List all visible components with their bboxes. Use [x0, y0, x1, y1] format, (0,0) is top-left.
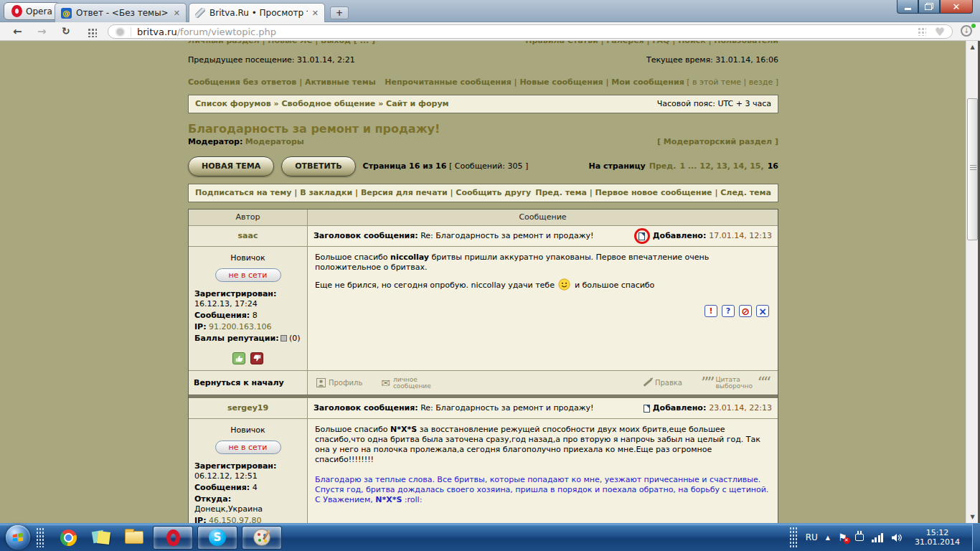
quick-links-left[interactable]: Сообщения без ответов | Активные темы	[188, 77, 376, 88]
timezone-text: Часовой пояс: UTC + 3 часа	[657, 99, 771, 109]
top-nav-right-links[interactable]: Правила Статьи | Галерея | FAQ | Поиск |…	[525, 41, 778, 46]
tray-grip	[789, 527, 798, 548]
start-button[interactable]	[6, 525, 30, 550]
topic-title: Благодарность за ремонт и продажу!	[188, 123, 778, 136]
quick-links-scope[interactable]: [ в этой теме | везде ]	[687, 77, 778, 87]
topic-tools-right[interactable]: Пред. тема | Первое новое сообщение | Сл…	[535, 188, 771, 198]
post-author-link[interactable]: saac	[238, 231, 258, 240]
pencil-icon	[643, 379, 651, 387]
system-tray: RU 15:12 31.01.2014	[789, 524, 980, 551]
taskbar-grip[interactable]	[36, 527, 44, 547]
post-subject: Re: Благодарность за ремонт и продажу!	[420, 403, 593, 413]
tab-close-icon[interactable]	[174, 9, 180, 18]
edit-post-button[interactable]: Правка	[643, 378, 682, 388]
top-nav-left-links[interactable]: Личный раздел | Новые ЛС | Выход [ ... ]	[188, 41, 375, 46]
pagination-label: На страницу	[588, 161, 645, 171]
reload-icon[interactable]: ↻	[62, 25, 70, 37]
message-column-header: Сообщение	[308, 209, 778, 225]
language-indicator[interactable]: RU	[806, 532, 818, 542]
added-label: Добавлено:	[653, 231, 707, 241]
breadcrumb[interactable]: Список форумов » Свободное общение » Сай…	[195, 99, 449, 109]
address-separator	[131, 27, 131, 37]
scroll-down-button[interactable]	[966, 511, 979, 523]
close-button[interactable]	[940, 0, 973, 14]
registered-label: Зарегистрирован:	[194, 461, 276, 471]
messages-label: Сообщения:	[194, 483, 250, 492]
topic-tools-left[interactable]: Подписаться на тему | В закладки | Верси…	[195, 188, 531, 198]
post-document-icon[interactable]	[639, 232, 645, 240]
extensions-grid-icon[interactable]	[918, 27, 926, 36]
tray-expand-icon[interactable]	[826, 534, 830, 541]
registered-value: 06.12.12, 12:51	[194, 471, 258, 481]
tab-mailru[interactable]: Ответ - <Без темы> - min	[55, 3, 187, 22]
author-rank: Новичок	[194, 253, 301, 263]
address-bar[interactable]: britva.ru /forum/viewtopic.php	[108, 24, 953, 39]
top-nav-row: Личный раздел | Новые ЛС | Выход [ ... ]…	[188, 41, 778, 46]
speed-dial-icon[interactable]	[88, 28, 97, 37]
from-value: Донецк,Украина	[194, 504, 263, 514]
ban-icon[interactable]	[739, 305, 752, 317]
pagination-page-links[interactable]: 1 ... 12, 13, 14, 15,	[679, 161, 763, 171]
thumb-up-icon[interactable]	[232, 352, 245, 364]
profile-button[interactable]: Профиль	[316, 378, 362, 388]
back-to-top-link[interactable]: Вернуться к началу	[194, 378, 284, 388]
moderator-row: Модератор: Модераторы [ Модераторский ра…	[188, 137, 778, 147]
download-icon	[961, 25, 972, 37]
network-signal-icon[interactable]	[872, 533, 884, 542]
delete-icon[interactable]	[756, 305, 769, 317]
reply-button[interactable]: ОТВЕТИТЬ	[281, 156, 355, 176]
opera-menu-button[interactable]: Opera	[4, 2, 60, 20]
thumb-down-icon[interactable]	[250, 352, 263, 364]
chrome-taskbar-icon[interactable]	[53, 525, 83, 550]
forward-icon[interactable]: →	[37, 25, 47, 38]
reputation-icon[interactable]	[281, 335, 287, 342]
taskbar-clock[interactable]: 15:12 31.01.2014	[915, 528, 960, 547]
back-icon[interactable]: ←	[13, 25, 22, 38]
restore-button[interactable]	[918, 0, 940, 14]
post-document-icon[interactable]	[644, 405, 650, 413]
question-icon[interactable]	[722, 305, 735, 317]
opera-taskbar-button[interactable]	[153, 526, 193, 550]
author-column-header: Автор	[189, 209, 308, 225]
explorer-taskbar-icon[interactable]	[119, 525, 149, 550]
mentioned-user: niccollay	[390, 253, 429, 262]
moderator-link[interactable]: Модераторы	[245, 137, 304, 146]
action-center-flag-icon[interactable]	[838, 532, 847, 543]
profile-label: Профиль	[329, 378, 362, 388]
messages-value: 4	[253, 483, 258, 492]
paint-taskbar-button[interactable]	[242, 526, 282, 550]
volume-icon[interactable]	[891, 533, 903, 542]
scrollbar-thumb[interactable]	[967, 98, 978, 240]
close-icon	[953, 1, 961, 12]
new-topic-button[interactable]: НОВАЯ ТЕМА	[188, 156, 274, 176]
minimize-button[interactable]	[897, 0, 918, 14]
tab-close-icon[interactable]	[312, 9, 319, 18]
show-desktop-button[interactable]	[972, 524, 980, 551]
eject-media-icon[interactable]	[855, 534, 864, 541]
bookmark-heart-icon[interactable]	[935, 25, 945, 39]
vertical-scrollbar[interactable]	[966, 41, 978, 523]
quick-links-right[interactable]: Непрочитанные сообщения | Новые сообщени…	[385, 77, 684, 87]
opera-update-button[interactable]	[961, 25, 975, 38]
ip-value[interactable]: 46.150.97.80	[209, 516, 261, 523]
selective-quote-button[interactable]: Цитата выборочно	[701, 377, 769, 390]
post-subject-row: sergey19 Заголовок сообщения: Re: Благод…	[189, 397, 778, 418]
moderator-section-link[interactable]: [ Модераторский раздел ]	[657, 137, 778, 147]
window-controls	[897, 0, 973, 14]
envelope-icon	[381, 379, 390, 387]
sticky-notes-taskbar-icon[interactable]	[86, 525, 116, 550]
folder-icon	[125, 531, 143, 544]
report-icon[interactable]	[705, 305, 717, 317]
ip-value[interactable]: 91.200.163.106	[209, 322, 271, 331]
new-tab-button[interactable]	[330, 6, 349, 19]
scroll-up-button[interactable]	[966, 41, 979, 53]
razor-icon	[195, 8, 205, 18]
skype-taskbar-button[interactable]	[197, 526, 237, 550]
pagination-prev-link[interactable]: Пред.	[649, 161, 677, 171]
post-author-link[interactable]: sergey19	[227, 403, 268, 413]
smiley-icon	[558, 278, 570, 291]
private-message-button[interactable]: личное сообщение	[381, 377, 432, 390]
window-titlebar: Opera Ответ - <Без темы> - min Britva.Ru…	[0, 0, 980, 22]
forum-content: Личный раздел | Новые ЛС | Выход [ ... ]…	[188, 41, 778, 523]
tab-britva-active[interactable]: Britva.Ru • Просмотр тем	[189, 3, 325, 22]
